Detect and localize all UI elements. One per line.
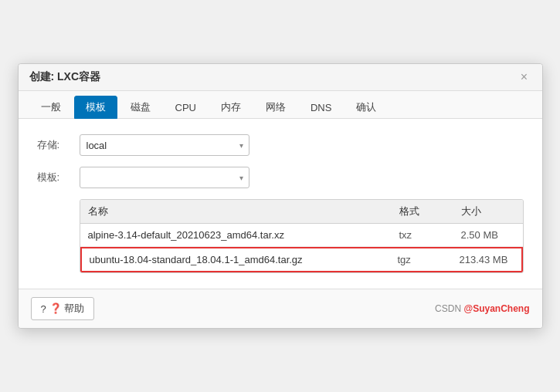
template-table: 名称 格式 大小 alpine-3.14-default_20210623_am… — [80, 199, 524, 273]
col-header-size: 大小 — [453, 200, 523, 223]
tab-bar: 一般 模板 磁盘 CPU 内存 网络 DNS 确认 — [19, 91, 542, 119]
row2-name: ubuntu-18.04-standard_18.04.1-1_amd64.ta… — [82, 248, 390, 271]
storage-select[interactable]: local — [80, 134, 249, 156]
tab-memory[interactable]: 内存 — [209, 96, 253, 119]
tab-dns[interactable]: DNS — [299, 97, 343, 118]
table-header: 名称 格式 大小 — [80, 200, 523, 224]
row1-name: alpine-3.14-default_20210623_amd64.tar.x… — [80, 224, 392, 246]
tab-confirm[interactable]: 确认 — [344, 96, 388, 119]
row1-format: txz — [392, 224, 453, 246]
tab-disk[interactable]: 磁盘 — [119, 96, 162, 119]
footer-left: ? ❓ 帮助 — [31, 297, 95, 320]
close-button[interactable]: × — [518, 70, 531, 84]
footer-right: CSDN @SuyanCheng — [435, 303, 529, 314]
main-dialog: 创建: LXC容器 × 一般 模板 磁盘 CPU 内存 网络 DNS 确认 存储… — [18, 63, 543, 329]
row1-size: 2.50 MB — [453, 224, 523, 246]
tab-network[interactable]: 网络 — [254, 96, 297, 119]
template-label: 模板: — [37, 171, 80, 184]
tab-general[interactable]: 一般 — [29, 96, 73, 119]
tab-cpu[interactable]: CPU — [164, 97, 208, 118]
row2-format: tgz — [390, 248, 452, 271]
col-header-format: 格式 — [392, 200, 453, 223]
watermark-text: CSDN @SuyanCheng — [435, 303, 529, 314]
col-header-name: 名称 — [80, 200, 392, 223]
help-label: ❓ 帮助 — [49, 302, 85, 316]
title-bar: 创建: LXC容器 × — [19, 64, 542, 91]
tab-template[interactable]: 模板 — [74, 96, 117, 119]
table-row[interactable]: ubuntu-18.04-standard_18.04.1-1_amd64.ta… — [80, 247, 523, 272]
help-button[interactable]: ? ❓ 帮助 — [31, 297, 95, 320]
dialog-footer: ? ❓ 帮助 CSDN @SuyanCheng — [19, 289, 542, 328]
storage-row: 存储: local ▾ — [37, 134, 524, 156]
row2-size: 213.43 MB — [452, 248, 521, 271]
help-icon: ? — [41, 303, 46, 315]
template-row: 模板: ▾ — [37, 167, 524, 188]
template-select[interactable] — [80, 167, 249, 188]
table-row[interactable]: alpine-3.14-default_20210623_amd64.tar.x… — [80, 224, 523, 247]
dialog-body: 存储: local ▾ 模板: ▾ 名称 格式 大小 — [19, 119, 542, 289]
template-select-wrap: ▾ — [80, 167, 249, 188]
storage-label: 存储: — [37, 138, 80, 152]
storage-select-wrap: local ▾ — [80, 134, 249, 156]
dialog-title: 创建: LXC容器 — [29, 70, 101, 84]
